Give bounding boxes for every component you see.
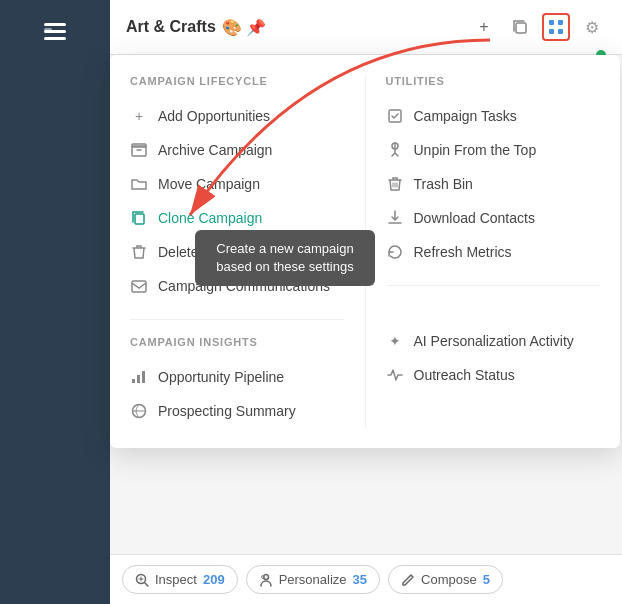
personalize-tab[interactable]: Personalize 35 bbox=[246, 565, 380, 594]
email-icon bbox=[130, 277, 148, 295]
utilities-header: UTILITIES bbox=[386, 75, 601, 87]
svg-rect-12 bbox=[132, 281, 146, 292]
grid-view-button[interactable] bbox=[542, 13, 570, 41]
outreach-status-label: Outreach Status bbox=[414, 367, 515, 383]
svg-rect-8 bbox=[558, 29, 563, 34]
delete-icon bbox=[130, 243, 148, 261]
svg-rect-15 bbox=[142, 371, 145, 383]
campaign-communications-item[interactable]: Campaign Communications bbox=[130, 269, 345, 303]
compose-tab[interactable]: Compose 5 bbox=[388, 565, 503, 594]
title-text: Art & Crafts bbox=[126, 18, 216, 36]
refresh-metrics-label: Refresh Metrics bbox=[414, 244, 512, 260]
trash-bin-label: Trash Bin bbox=[414, 176, 473, 192]
tasks-icon bbox=[386, 107, 404, 125]
delete-campaign-item[interactable]: Delete Campaign bbox=[130, 235, 345, 269]
outreach-icon bbox=[386, 366, 404, 384]
compose-label: Compose bbox=[421, 572, 477, 587]
refresh-metrics-item[interactable]: Refresh Metrics bbox=[386, 235, 601, 269]
ai-personalization-item[interactable]: ✦ AI Personalization Activity bbox=[386, 324, 601, 358]
archive-icon bbox=[130, 141, 148, 159]
download-icon bbox=[386, 209, 404, 227]
campaign-tasks-item[interactable]: Campaign Tasks bbox=[386, 99, 601, 133]
svg-rect-13 bbox=[132, 379, 135, 383]
dropdown-menu: CAMPAIGN LIFECYCLE + Add Opportunities A… bbox=[110, 55, 620, 448]
trash-bin-item[interactable]: Trash Bin bbox=[386, 167, 601, 201]
archive-campaign-item[interactable]: Archive Campaign bbox=[130, 133, 345, 167]
lifecycle-header: CAMPAIGN LIFECYCLE bbox=[130, 75, 345, 87]
menu-columns: CAMPAIGN LIFECYCLE + Add Opportunities A… bbox=[110, 75, 620, 428]
add-button[interactable]: + bbox=[470, 13, 498, 41]
ai-personalization-label: AI Personalization Activity bbox=[414, 333, 574, 349]
title-emoji: 🎨 📌 bbox=[222, 18, 266, 37]
topbar-actions: + ⚙ bbox=[470, 13, 606, 41]
svg-rect-7 bbox=[549, 29, 554, 34]
ai-icon: ✦ bbox=[386, 332, 404, 350]
unpin-item[interactable]: Unpin From the Top bbox=[386, 133, 601, 167]
svg-rect-6 bbox=[558, 20, 563, 25]
insights-section: CAMPAIGN INSIGHTS Opportunity Pipeline bbox=[130, 319, 345, 428]
inspect-label: Inspect bbox=[155, 572, 197, 587]
add-opportunities-item[interactable]: + Add Opportunities bbox=[130, 99, 345, 133]
outreach-status-item[interactable]: Outreach Status bbox=[386, 358, 601, 392]
insights-header: CAMPAIGN INSIGHTS bbox=[130, 336, 345, 348]
trash-icon bbox=[386, 175, 404, 193]
prospecting-summary-item[interactable]: Prospecting Summary bbox=[130, 394, 345, 428]
prospecting-icon bbox=[130, 402, 148, 420]
download-contacts-label: Download Contacts bbox=[414, 210, 535, 226]
personalize-count: 35 bbox=[353, 572, 367, 587]
opportunity-pipeline-item[interactable]: Opportunity Pipeline bbox=[130, 360, 345, 394]
svg-rect-14 bbox=[137, 375, 140, 383]
move-campaign-label: Move Campaign bbox=[158, 176, 260, 192]
insights-right-section: ✦ AI Personalization Activity Outreach S… bbox=[386, 285, 601, 392]
settings-button[interactable]: ⚙ bbox=[578, 13, 606, 41]
svg-rect-3 bbox=[44, 28, 52, 31]
unpin-label: Unpin From the Top bbox=[414, 142, 537, 158]
clone-campaign-label: Clone Campaign bbox=[158, 210, 262, 226]
inspect-tab[interactable]: Inspect 209 bbox=[122, 565, 238, 594]
pipeline-icon bbox=[130, 368, 148, 386]
bottom-tabbar: Inspect 209 Personalize 35 Compose 5 bbox=[110, 554, 622, 604]
sidebar-menu-icon[interactable] bbox=[35, 12, 75, 52]
campaign-communications-label: Campaign Communications bbox=[158, 278, 330, 294]
inspect-count: 209 bbox=[203, 572, 225, 587]
sidebar bbox=[0, 0, 110, 604]
topbar: Art & Crafts 🎨 📌 + ⚙ bbox=[110, 0, 622, 55]
svg-rect-11 bbox=[135, 214, 144, 224]
clone-icon bbox=[130, 209, 148, 227]
svg-rect-5 bbox=[549, 20, 554, 25]
svg-rect-4 bbox=[516, 23, 526, 33]
refresh-icon bbox=[386, 243, 404, 261]
folder-icon bbox=[130, 175, 148, 193]
personalize-label: Personalize bbox=[279, 572, 347, 587]
lifecycle-column: CAMPAIGN LIFECYCLE + Add Opportunities A… bbox=[110, 75, 365, 428]
svg-rect-0 bbox=[44, 23, 66, 26]
campaign-title: Art & Crafts 🎨 📌 bbox=[126, 18, 462, 37]
archive-campaign-label: Archive Campaign bbox=[158, 142, 272, 158]
unpin-icon bbox=[386, 141, 404, 159]
campaign-tasks-label: Campaign Tasks bbox=[414, 108, 517, 124]
opportunity-pipeline-label: Opportunity Pipeline bbox=[158, 369, 284, 385]
download-contacts-item[interactable]: Download Contacts bbox=[386, 201, 601, 235]
compose-count: 5 bbox=[483, 572, 490, 587]
copy-button[interactable] bbox=[506, 13, 534, 41]
prospecting-summary-label: Prospecting Summary bbox=[158, 403, 296, 419]
svg-rect-2 bbox=[44, 37, 66, 40]
utilities-column: UTILITIES Campaign Tasks Unpi bbox=[365, 75, 621, 428]
clone-campaign-item[interactable]: Clone Campaign bbox=[130, 201, 345, 235]
move-campaign-item[interactable]: Move Campaign bbox=[130, 167, 345, 201]
add-icon: + bbox=[130, 107, 148, 125]
delete-campaign-label: Delete Campaign bbox=[158, 244, 266, 260]
add-opportunities-label: Add Opportunities bbox=[158, 108, 270, 124]
